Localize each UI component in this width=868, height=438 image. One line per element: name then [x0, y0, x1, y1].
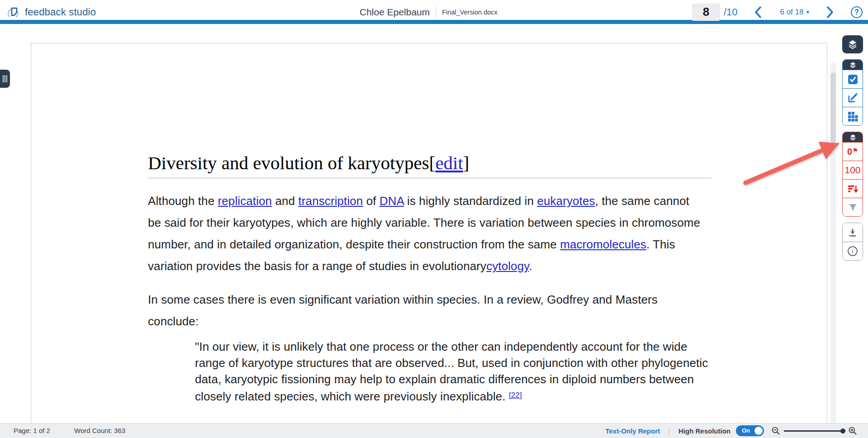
flags-button[interactable]: 0⚑: [843, 142, 863, 161]
paragraph-2: In some cases there is even significant …: [148, 289, 701, 332]
info-icon: i: [847, 245, 859, 257]
brand-logo: feedback studio: [7, 0, 96, 24]
match-overview-button[interactable]: [843, 179, 863, 198]
pager-label: 6 of 18: [780, 8, 803, 17]
grade-total: /10: [724, 6, 738, 18]
student-name: Chloe Epelbaum: [360, 7, 430, 18]
edit-link[interactable]: edit: [435, 152, 463, 173]
submission-info: Chloe Epelbaum Final_Version.docx: [360, 0, 498, 24]
body-text: of: [363, 194, 379, 208]
checkmark-icon: [847, 74, 859, 85]
document-page: Diversity and evolution of karyotypes[ed…: [31, 43, 827, 423]
status-bar-controls: Text-Only Report High Resolution On: [605, 424, 857, 438]
toggle-knob: [754, 427, 763, 435]
quickmarks-button[interactable]: [843, 70, 863, 88]
layers-icon: [849, 62, 856, 68]
body-text: and: [272, 194, 298, 208]
bracket-close: ]: [463, 152, 470, 173]
grading-layer-header[interactable]: [843, 60, 863, 70]
body-text: Although the: [148, 194, 218, 208]
header-divider: [436, 6, 436, 18]
similarity-score-button[interactable]: 100: [843, 161, 863, 179]
text-only-report-link[interactable]: Text-Only Report: [605, 427, 660, 435]
zoom-in-icon[interactable]: [848, 426, 857, 435]
link-eukaryotes[interactable]: eukaryotes: [537, 194, 595, 208]
comment-button[interactable]: [843, 88, 863, 107]
rubric-grid-icon: [847, 111, 859, 122]
edit-pencil-icon: [847, 92, 859, 104]
chevron-right-icon: [825, 5, 835, 19]
zoom-out-icon[interactable]: [771, 426, 780, 435]
quote-text: "In our view, it is unlikely that one pr…: [195, 340, 708, 403]
paragraph-1: Although the replication and transcripti…: [148, 190, 701, 277]
document-scrollbar-thumb[interactable]: [830, 72, 836, 143]
zoom-control: [771, 426, 857, 435]
grading-tools-group: [842, 59, 863, 126]
footer-divider: [669, 428, 669, 434]
citation-link-22[interactable]: [22]: [509, 391, 522, 400]
layers-icon: [848, 39, 858, 49]
next-paper-button[interactable]: [825, 5, 835, 19]
help-button[interactable]: ?: [851, 6, 863, 18]
body-text: is highly standardized in: [404, 194, 537, 208]
page-title: Diversity and evolution of karyotypes[ed…: [148, 152, 800, 174]
title-rule: [148, 178, 711, 178]
link-macromolecules[interactable]: macromolecules: [560, 238, 646, 251]
panel-handle-icon: [2, 75, 8, 83]
page-indicator: Page: 1 of 2: [14, 427, 50, 434]
link-transcription[interactable]: transcription: [299, 194, 363, 208]
link-dna[interactable]: DNA: [379, 194, 404, 208]
brand-logo-text: feedback studio: [25, 6, 96, 18]
file-name: Final_Version.docx: [442, 9, 498, 16]
similarity-layer-header[interactable]: [843, 132, 863, 142]
similarity-tools-group: 0⚑ 100: [842, 132, 863, 217]
chevron-left-icon: [754, 5, 763, 19]
header-controls: 8 /10 6 of 18 ▾ ?: [692, 0, 863, 24]
document-viewer: Diversity and evolution of karyotypes[ed…: [0, 28, 868, 423]
link-cytology[interactable]: cytology: [486, 259, 529, 273]
filter-funnel-icon: [848, 202, 858, 213]
thumbnail-panel-toggle[interactable]: [0, 70, 10, 88]
toggle-state-label: On: [742, 427, 750, 434]
active-layers-button[interactable]: [842, 35, 863, 53]
flag-count: 0: [847, 147, 852, 157]
bracket-open: [: [429, 152, 436, 173]
tool-sidebar: 0⚑ 100: [842, 35, 863, 261]
chevron-down-icon: ▾: [806, 9, 809, 15]
previous-paper-button[interactable]: [754, 5, 763, 19]
title-text: Diversity and evolution of karyotypes: [148, 152, 429, 173]
filter-button[interactable]: [843, 198, 863, 216]
feedback-studio-icon: [7, 5, 21, 19]
similarity-score: 100: [844, 165, 860, 176]
word-count: Word Count: 363: [74, 427, 125, 434]
paper-pager-dropdown[interactable]: 6 of 18 ▾: [780, 8, 809, 17]
layers-icon: [849, 134, 856, 141]
document-scrollbar-track[interactable]: [830, 62, 836, 423]
utility-tools-group: i: [842, 223, 863, 261]
high-resolution-toggle[interactable]: On: [736, 425, 764, 436]
status-bar: Page: 1 of 2 Word Count: 363 Text-Only R…: [0, 423, 868, 438]
download-button[interactable]: [843, 223, 863, 242]
sources-bars-icon: [847, 183, 859, 195]
blockquote: "In our view, it is unlikely that one pr…: [195, 338, 717, 405]
flag-icon: ⚑: [853, 147, 858, 154]
link-replication[interactable]: replication: [218, 194, 272, 208]
high-resolution-label: High Resolution: [678, 427, 730, 435]
zoom-slider-handle[interactable]: [840, 428, 845, 433]
body-text: .: [529, 259, 532, 273]
info-button[interactable]: i: [843, 242, 863, 260]
zoom-slider[interactable]: [784, 430, 844, 432]
rubric-button[interactable]: [843, 107, 863, 125]
svg-text:i: i: [852, 248, 854, 255]
top-header: feedback studio Chloe Epelbaum Final_Ver…: [0, 0, 868, 24]
download-icon: [847, 227, 858, 238]
app-window: feedback studio Chloe Epelbaum Final_Ver…: [0, 0, 868, 438]
grade-input[interactable]: 8: [692, 4, 720, 21]
